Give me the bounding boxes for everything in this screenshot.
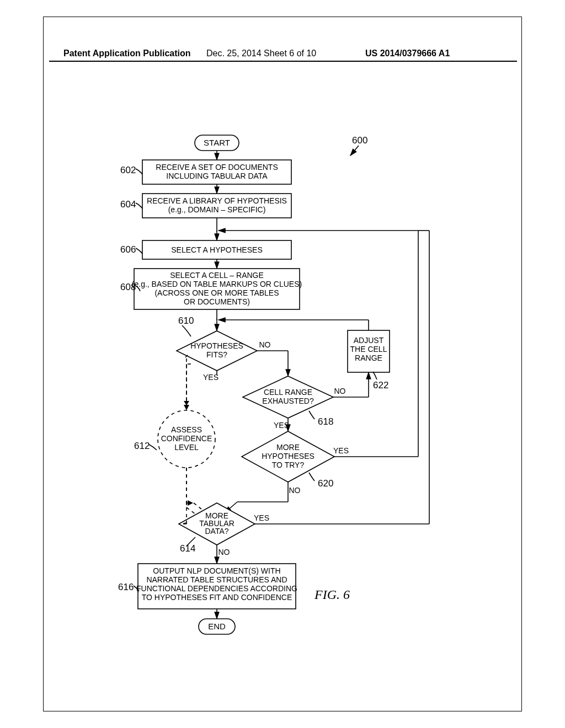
step-602-line1: RECEIVE A SET OF DOCUMENTS xyxy=(156,163,278,172)
ref-602: 602 xyxy=(120,165,136,175)
ref-618: 618 xyxy=(318,416,333,427)
svg-text:EXHAUSTED?: EXHAUSTED? xyxy=(262,397,314,405)
header-left: Patent Application Publication xyxy=(63,49,191,58)
svg-text:NARRATED TABLE STRUCTURES AND: NARRATED TABLE STRUCTURES AND xyxy=(146,575,287,584)
ref-608: 608 xyxy=(120,282,136,292)
ref-612: 612 xyxy=(134,441,150,451)
label-no-614: NO xyxy=(218,548,230,556)
label-yes-618: YES xyxy=(274,421,289,430)
ref-622: 622 xyxy=(373,380,388,390)
label-no-618: NO xyxy=(334,387,346,395)
svg-text:FITS?: FITS? xyxy=(206,350,227,359)
svg-text:ASSESS: ASSESS xyxy=(171,425,202,434)
header-center: Dec. 25, 2014 Sheet 6 of 10 xyxy=(206,49,316,58)
svg-text:(e.g., DOMAIN – SPECIFIC): (e.g., DOMAIN – SPECIFIC) xyxy=(168,205,266,214)
svg-line-27 xyxy=(194,503,201,509)
svg-text:CONFIDENCE: CONFIDENCE xyxy=(161,434,212,443)
svg-text:DATA?: DATA? xyxy=(205,527,228,536)
svg-text:ADJUST: ADJUST xyxy=(354,336,384,345)
step-602-line2: INCLUDING TABULAR DATA xyxy=(166,172,268,180)
ref-604: 604 xyxy=(120,199,136,210)
ref-602-leader xyxy=(136,169,142,174)
svg-text:OUTPUT NLP DOCUMENT(S) WITH: OUTPUT NLP DOCUMENT(S) WITH xyxy=(153,566,280,575)
start-label: START xyxy=(204,138,230,147)
svg-text:TO TRY?: TO TRY? xyxy=(272,461,305,469)
svg-text:HYPOTHESES: HYPOTHESES xyxy=(190,341,243,350)
ref-616: 616 xyxy=(118,582,134,592)
svg-text:RANGE: RANGE xyxy=(355,354,382,362)
label-yes-620: YES xyxy=(333,446,349,455)
end-label: END xyxy=(208,622,226,631)
page-header: Patent Application Publication Dec. 25, … xyxy=(0,49,565,60)
header-right: US 2014/0379666 A1 xyxy=(365,49,450,58)
label-yes-610: YES xyxy=(203,373,218,382)
label-no-610: NO xyxy=(259,340,271,349)
label-yes-614: YES xyxy=(254,513,269,522)
svg-text:HYPOTHESES: HYPOTHESES xyxy=(262,452,315,461)
svg-text:RECEIVE A LIBRARY OF HYPOTHESI: RECEIVE A LIBRARY OF HYPOTHESIS xyxy=(147,196,287,205)
flowchart: START 600 RECEIVE A SET OF DOCUMENTS INC… xyxy=(43,66,522,711)
svg-text:THE CELL: THE CELL xyxy=(350,345,387,354)
svg-text:SELECT A CELL – RANGE: SELECT A CELL – RANGE xyxy=(170,271,264,280)
svg-text:OR DOCUMENTS): OR DOCUMENTS) xyxy=(184,297,250,306)
ref-600-leader xyxy=(350,146,359,156)
svg-text:FUNCTIONAL DEPENDENCIES ACCORD: FUNCTIONAL DEPENDENCIES ACCORDING xyxy=(136,584,297,593)
svg-text:SELECT A HYPOTHESES: SELECT A HYPOTHESES xyxy=(171,245,262,254)
svg-text:MORE: MORE xyxy=(276,443,300,452)
ref-620: 620 xyxy=(318,478,333,489)
svg-text:TO HYPOTHESES FIT AND CONFIDEN: TO HYPOTHESES FIT AND CONFIDENCE xyxy=(142,593,292,602)
svg-text:(ACROSS ONE OR MORE TABLES: (ACROSS ONE OR MORE TABLES xyxy=(154,288,279,297)
svg-text:CELL RANGE: CELL RANGE xyxy=(264,388,312,397)
ref-610: 610 xyxy=(178,315,194,326)
svg-text:(e.g., BASED ON TABLE MARKUPS : (e.g., BASED ON TABLE MARKUPS OR CLUES) xyxy=(132,280,302,288)
header-divider xyxy=(49,61,517,62)
ref-606: 606 xyxy=(120,244,136,255)
label-no-620: NO xyxy=(289,486,301,495)
ref-600: 600 xyxy=(352,135,367,146)
page: Patent Application Publication Dec. 25, … xyxy=(0,0,565,728)
svg-text:LEVEL: LEVEL xyxy=(174,443,199,452)
